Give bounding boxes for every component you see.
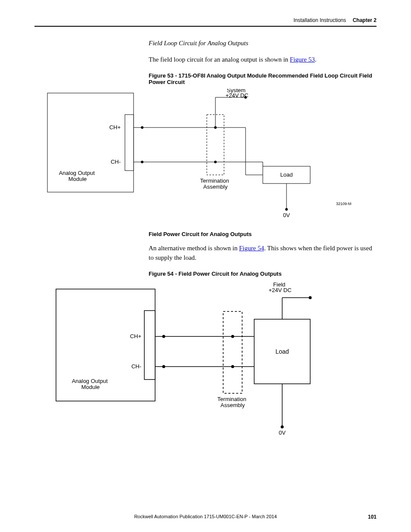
svg-rect-0 [47,93,134,192]
figure-54-caption: Figure 54 - Field Power Circuit for Anal… [149,271,377,277]
figure-53-link[interactable]: Figure 53 [290,56,315,63]
ch-minus-label: CH- [111,159,121,165]
page-footer: Rockwell Automation Publication 1715-UM0… [34,514,377,519]
vtop-label: System +24V DC [225,89,248,99]
svg-point-25 [231,365,234,368]
svg-point-30 [309,296,312,299]
vbot-label-2: 0V [279,429,286,436]
ch-minus-label-2: CH- [131,363,141,370]
svg-point-16 [285,208,288,211]
load-label-2: Load [275,348,289,355]
svg-point-3 [141,126,143,129]
footer-publication: Rockwell Automation Publication 1715-UM0… [134,514,277,519]
header-section: Installation Instructions [293,17,346,23]
termination-label-2: Termination Assembly [218,396,248,408]
ch-plus-label-2: CH+ [130,333,141,339]
body-text-2: An alternative method is shown in Figure… [149,243,377,263]
load-label: Load [280,171,293,178]
svg-point-32 [281,425,284,428]
figure-53-diagram: CH+ CH- Analog Output Module Termination… [34,89,377,222]
ch-plus-label: CH+ [109,124,121,131]
svg-point-7 [214,161,217,163]
module-label-2: Analog Output Module [72,378,109,390]
figure-54-diagram: CH+ CH- Analog Output Module Termination… [34,280,377,440]
svg-point-21 [162,335,165,338]
module-label: Analog Output Module [59,170,97,182]
svg-rect-1 [125,115,134,171]
page-header: Installation Instructions Chapter 2 [34,17,377,27]
figure-54-link[interactable]: Figure 54 [239,245,264,252]
section-title-1: Field Loop Circuit for Analog Outputs [149,40,377,47]
svg-point-24 [162,365,165,368]
svg-point-6 [141,161,143,163]
diagram-code: 32109-M [336,202,352,206]
svg-rect-19 [144,311,155,380]
termination-label: Termination Assembly [200,177,231,190]
svg-rect-26 [223,311,242,393]
svg-rect-18 [56,289,155,401]
vbot-label: 0V [283,212,290,218]
page-number: 101 [368,514,377,520]
figure-53-caption: Figure 53 - 1715-OF8I Analog Output Modu… [149,72,377,85]
body-text-1: The field loop circuit for an analog out… [149,55,377,65]
header-chapter: Chapter 2 [353,17,377,23]
section-title-2: Field Power Circuit for Analog Outputs [149,231,377,237]
svg-point-22 [231,335,234,338]
vtop-label-2: Field +24V DC [268,281,291,293]
